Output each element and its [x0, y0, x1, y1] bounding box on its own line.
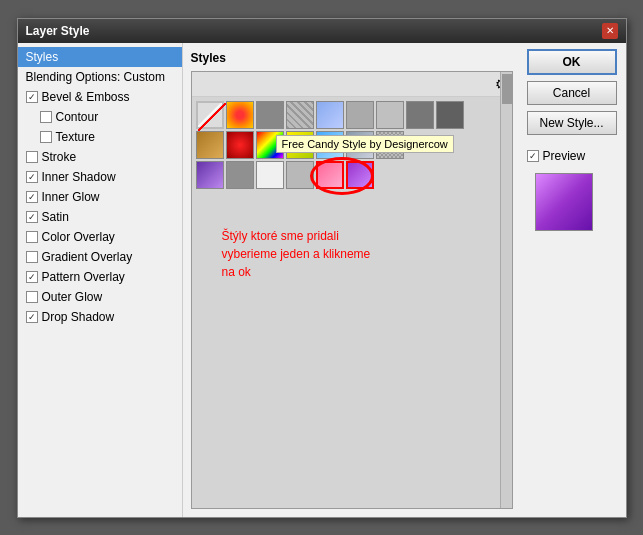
stroke-checkbox[interactable] [26, 151, 38, 163]
dialog-title: Layer Style [26, 24, 90, 38]
stroke-label: Stroke [42, 150, 77, 164]
sidebar-item-drop-shadow[interactable]: Drop Shadow [18, 307, 182, 327]
sidebar-item-contour[interactable]: Contour [18, 107, 182, 127]
style-grid: Free Candy Style by Designercow [192, 97, 512, 193]
new-style-button[interactable]: New Style... [527, 111, 617, 135]
sidebar-item-pattern-overlay[interactable]: Pattern Overlay [18, 267, 182, 287]
pattern-overlay-label: Pattern Overlay [42, 270, 125, 284]
tooltip: Free Candy Style by Designercow [276, 135, 454, 153]
swatch-red-gold[interactable] [226, 101, 254, 129]
close-button[interactable]: ✕ [602, 23, 618, 39]
cancel-button[interactable]: Cancel [527, 81, 617, 105]
sidebar-blending-label: Blending Options: Custom [26, 70, 165, 84]
drop-shadow-checkbox[interactable] [26, 311, 38, 323]
right-panel: OK Cancel New Style... Preview [521, 43, 626, 517]
sidebar-item-inner-shadow[interactable]: Inner Shadow [18, 167, 182, 187]
contour-checkbox[interactable] [40, 111, 52, 123]
swatch-white[interactable] [256, 161, 284, 189]
vertical-scrollbar[interactable] [500, 72, 512, 508]
sidebar-item-inner-glow[interactable]: Inner Glow [18, 187, 182, 207]
dialog-body: Styles Blending Options: Custom Bevel & … [18, 43, 626, 517]
texture-checkbox[interactable] [40, 131, 52, 143]
bevel-label: Bevel & Emboss [42, 90, 130, 104]
row3: Free Candy Style by Designercow [196, 161, 508, 189]
main-content: Styles ⚙ [183, 43, 521, 517]
preview-label: Preview [543, 149, 586, 163]
swatch-purple-dark[interactable] [196, 161, 224, 189]
swatch-dark-gray[interactable] [256, 101, 284, 129]
drop-shadow-label: Drop Shadow [42, 310, 115, 324]
swatch-mid-gray[interactable] [226, 161, 254, 189]
inner-glow-checkbox[interactable] [26, 191, 38, 203]
annotation-text: Štýly ktoré sme pridalivyberieme jeden a… [222, 227, 371, 281]
scrollbar-thumb[interactable] [502, 74, 512, 104]
swatch-red2[interactable] [226, 131, 254, 159]
toolbar-spacer [196, 74, 216, 94]
sidebar-item-stroke[interactable]: Stroke [18, 147, 182, 167]
gradient-overlay-label: Gradient Overlay [42, 250, 133, 264]
preview-checkbox[interactable] [527, 150, 539, 162]
inner-glow-label: Inner Glow [42, 190, 100, 204]
color-overlay-label: Color Overlay [42, 230, 115, 244]
swatch-dark2[interactable] [436, 101, 464, 129]
outer-glow-label: Outer Glow [42, 290, 103, 304]
swatch-purple-candy[interactable] [346, 161, 374, 189]
styles-panel: ⚙ [191, 71, 513, 509]
sidebar-item-satin[interactable]: Satin [18, 207, 182, 227]
swatch-gray2[interactable] [376, 101, 404, 129]
sidebar-item-gradient-overlay[interactable]: Gradient Overlay [18, 247, 182, 267]
sidebar: Styles Blending Options: Custom Bevel & … [18, 43, 183, 517]
sidebar-item-blending[interactable]: Blending Options: Custom [18, 67, 182, 87]
satin-label: Satin [42, 210, 69, 224]
preview-row: Preview [527, 149, 620, 163]
satin-checkbox[interactable] [26, 211, 38, 223]
pattern-overlay-checkbox[interactable] [26, 271, 38, 283]
outer-glow-checkbox[interactable] [26, 291, 38, 303]
swatch-blue[interactable] [316, 101, 344, 129]
swatch-pink-candy[interactable] [316, 161, 344, 189]
styles-toolbar: ⚙ [192, 72, 512, 97]
inner-shadow-checkbox[interactable] [26, 171, 38, 183]
swatch-texture1[interactable] [286, 101, 314, 129]
bevel-checkbox[interactable] [26, 91, 38, 103]
styles-panel-label: Styles [191, 51, 513, 65]
swatch-banned[interactable] [196, 101, 224, 129]
texture-label: Texture [56, 130, 95, 144]
sidebar-item-styles[interactable]: Styles [18, 47, 182, 67]
sidebar-item-outer-glow[interactable]: Outer Glow [18, 287, 182, 307]
sidebar-item-color-overlay[interactable]: Color Overlay [18, 227, 182, 247]
swatch-brown[interactable] [196, 131, 224, 159]
sidebar-item-texture[interactable]: Texture [18, 127, 182, 147]
gradient-overlay-checkbox[interactable] [26, 251, 38, 263]
inner-shadow-label: Inner Shadow [42, 170, 116, 184]
preview-swatch [535, 173, 593, 231]
swatch-gray3[interactable] [286, 161, 314, 189]
swatch-dark1[interactable] [406, 101, 434, 129]
sidebar-item-bevel[interactable]: Bevel & Emboss [18, 87, 182, 107]
ok-button[interactable]: OK [527, 49, 617, 75]
contour-label: Contour [56, 110, 99, 124]
swatch-gray1[interactable] [346, 101, 374, 129]
title-bar: Layer Style ✕ [18, 19, 626, 43]
color-overlay-checkbox[interactable] [26, 231, 38, 243]
sidebar-styles-label: Styles [26, 50, 59, 64]
layer-style-dialog: Layer Style ✕ Styles Blending Options: C… [17, 18, 627, 518]
